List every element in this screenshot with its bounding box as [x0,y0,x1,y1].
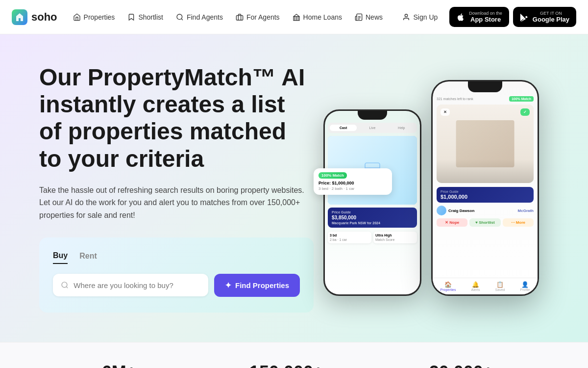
match-card-float: 100% Match Price: $1,000,000 3 bed · 2 b… [314,168,392,195]
svg-line-9 [66,287,68,288]
stat-properties-available: 150,000+ Properties Available [249,362,323,368]
svg-point-8 [62,282,67,288]
svg-line-1 [181,19,183,20]
search-row: ✦ Find Properties [53,274,300,297]
phone-main: 321 matches left to rank 100% Match ✕ ✓ [431,80,539,296]
nav-link-news[interactable]: News [349,9,389,25]
google-play-icon [520,13,529,22]
logo[interactable]: soho [12,9,57,25]
svg-point-0 [177,14,182,20]
newspaper-icon [355,13,363,21]
nav-link-shortlist[interactable]: Shortlist [122,9,169,25]
tab-buy[interactable]: Buy [53,251,68,264]
search-input[interactable] [74,281,200,289]
bookmark-icon [127,13,135,21]
property-image-main: ✕ ✓ [437,105,534,183]
phone-secondary: Cast Live Help Price Guide $3,850,000 Ma… [323,109,421,296]
tab-rent[interactable]: Rent [79,251,97,264]
logo-icon [12,9,27,25]
svg-point-7 [405,14,408,17]
home-icon [73,13,81,21]
person-icon [402,13,410,21]
hero-description: Take the hassle out of refreshing search… [39,184,314,222]
hero-title: Our PropertyMatch™ AI instantly creates … [39,64,314,172]
signup-button[interactable]: Sign Up [394,9,445,25]
phone-notch-main [468,81,502,92]
apple-icon [456,13,465,22]
stats-bar: 6M+ Properties Matched 150,000+ Properti… [0,342,588,368]
stat-property-agents: 20,000+ Property Agents monthly [424,362,499,368]
app-store-button[interactable]: Download on the App Store [449,7,509,27]
nav-right: Sign Up Download on the App Store GET IT… [394,7,576,27]
search-tabs: Buy Rent [53,251,300,264]
nav-link-home-loans[interactable]: Home Loans [287,9,348,25]
bank-icon [293,13,300,21]
logo-text: soho [31,11,57,24]
find-properties-button[interactable]: ✦ Find Properties [214,274,300,297]
stat-properties-matched: 6M+ Properties Matched [89,362,148,368]
person-search-icon [176,13,184,21]
phone-notch-secondary [358,111,387,120]
google-play-button[interactable]: GET IT ON Google Play [513,7,576,27]
hero-visual: Cast Live Help Price Guide $3,850,000 Ma… [314,70,549,306]
hero-section: Our PropertyMatch™ AI instantly creates … [0,34,588,342]
search-input-wrap [53,274,208,296]
nav-link-properties[interactable]: Properties [67,9,121,25]
search-box: Buy Rent ✦ Find Properties [39,237,314,313]
nav-links: Properties Shortlist Find Agents For Age… [67,9,393,25]
svg-rect-2 [236,15,243,20]
nav-link-find-agents[interactable]: Find Agents [170,9,229,25]
main-nav: soho Properties Shortlist Find Agents Fo… [0,0,588,34]
hero-content: Our PropertyMatch™ AI instantly creates … [39,64,314,313]
nav-link-for-agents[interactable]: For Agents [230,9,286,25]
search-icon [61,281,69,289]
briefcase-icon [236,13,244,21]
